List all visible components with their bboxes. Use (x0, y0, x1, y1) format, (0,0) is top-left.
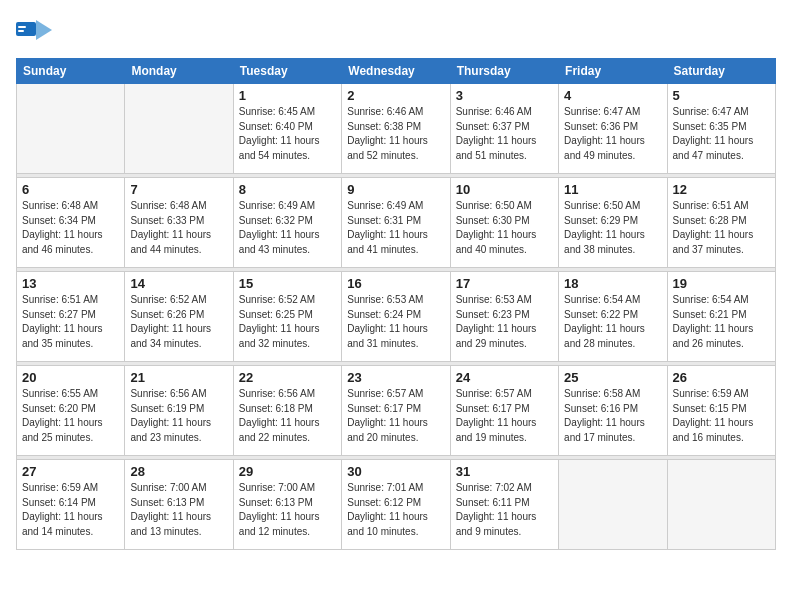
day-info: Sunrise: 6:46 AMSunset: 6:37 PMDaylight:… (456, 105, 553, 163)
calendar-cell: 8Sunrise: 6:49 AMSunset: 6:32 PMDaylight… (233, 178, 341, 268)
calendar-cell: 30Sunrise: 7:01 AMSunset: 6:12 PMDayligh… (342, 460, 450, 550)
day-info: Sunrise: 6:55 AMSunset: 6:20 PMDaylight:… (22, 387, 119, 445)
day-info: Sunrise: 6:56 AMSunset: 6:19 PMDaylight:… (130, 387, 227, 445)
day-info: Sunrise: 6:50 AMSunset: 6:30 PMDaylight:… (456, 199, 553, 257)
calendar-cell: 12Sunrise: 6:51 AMSunset: 6:28 PMDayligh… (667, 178, 775, 268)
calendar-header-row: SundayMondayTuesdayWednesdayThursdayFrid… (17, 59, 776, 84)
calendar-cell: 22Sunrise: 6:56 AMSunset: 6:18 PMDayligh… (233, 366, 341, 456)
day-info: Sunrise: 6:48 AMSunset: 6:34 PMDaylight:… (22, 199, 119, 257)
calendar-cell: 13Sunrise: 6:51 AMSunset: 6:27 PMDayligh… (17, 272, 125, 362)
weekday-header-tuesday: Tuesday (233, 59, 341, 84)
calendar-cell: 28Sunrise: 7:00 AMSunset: 6:13 PMDayligh… (125, 460, 233, 550)
calendar-cell: 10Sunrise: 6:50 AMSunset: 6:30 PMDayligh… (450, 178, 558, 268)
calendar-cell: 18Sunrise: 6:54 AMSunset: 6:22 PMDayligh… (559, 272, 667, 362)
svg-rect-3 (18, 30, 24, 32)
day-info: Sunrise: 6:49 AMSunset: 6:32 PMDaylight:… (239, 199, 336, 257)
calendar-week-row: 13Sunrise: 6:51 AMSunset: 6:27 PMDayligh… (17, 272, 776, 362)
day-number: 6 (22, 182, 119, 197)
calendar-cell: 15Sunrise: 6:52 AMSunset: 6:25 PMDayligh… (233, 272, 341, 362)
day-info: Sunrise: 6:46 AMSunset: 6:38 PMDaylight:… (347, 105, 444, 163)
weekday-header-monday: Monday (125, 59, 233, 84)
day-info: Sunrise: 6:47 AMSunset: 6:36 PMDaylight:… (564, 105, 661, 163)
day-number: 24 (456, 370, 553, 385)
calendar-week-row: 27Sunrise: 6:59 AMSunset: 6:14 PMDayligh… (17, 460, 776, 550)
calendar-cell: 1Sunrise: 6:45 AMSunset: 6:40 PMDaylight… (233, 84, 341, 174)
calendar-week-row: 6Sunrise: 6:48 AMSunset: 6:34 PMDaylight… (17, 178, 776, 268)
calendar-week-row: 20Sunrise: 6:55 AMSunset: 6:20 PMDayligh… (17, 366, 776, 456)
day-number: 21 (130, 370, 227, 385)
calendar-cell: 29Sunrise: 7:00 AMSunset: 6:13 PMDayligh… (233, 460, 341, 550)
calendar-cell: 6Sunrise: 6:48 AMSunset: 6:34 PMDaylight… (17, 178, 125, 268)
day-number: 27 (22, 464, 119, 479)
day-info: Sunrise: 6:52 AMSunset: 6:26 PMDaylight:… (130, 293, 227, 351)
day-info: Sunrise: 6:53 AMSunset: 6:24 PMDaylight:… (347, 293, 444, 351)
day-number: 13 (22, 276, 119, 291)
calendar-cell: 11Sunrise: 6:50 AMSunset: 6:29 PMDayligh… (559, 178, 667, 268)
day-info: Sunrise: 6:50 AMSunset: 6:29 PMDaylight:… (564, 199, 661, 257)
calendar-cell: 9Sunrise: 6:49 AMSunset: 6:31 PMDaylight… (342, 178, 450, 268)
day-number: 12 (673, 182, 770, 197)
calendar-cell: 14Sunrise: 6:52 AMSunset: 6:26 PMDayligh… (125, 272, 233, 362)
weekday-header-saturday: Saturday (667, 59, 775, 84)
day-number: 30 (347, 464, 444, 479)
day-number: 4 (564, 88, 661, 103)
logo (16, 16, 56, 46)
svg-marker-1 (36, 20, 52, 40)
page-header (16, 16, 776, 46)
day-number: 15 (239, 276, 336, 291)
day-info: Sunrise: 6:45 AMSunset: 6:40 PMDaylight:… (239, 105, 336, 163)
day-number: 23 (347, 370, 444, 385)
day-info: Sunrise: 6:51 AMSunset: 6:28 PMDaylight:… (673, 199, 770, 257)
day-number: 19 (673, 276, 770, 291)
day-info: Sunrise: 7:02 AMSunset: 6:11 PMDaylight:… (456, 481, 553, 539)
day-info: Sunrise: 6:57 AMSunset: 6:17 PMDaylight:… (347, 387, 444, 445)
day-number: 28 (130, 464, 227, 479)
calendar-cell: 27Sunrise: 6:59 AMSunset: 6:14 PMDayligh… (17, 460, 125, 550)
day-info: Sunrise: 6:51 AMSunset: 6:27 PMDaylight:… (22, 293, 119, 351)
calendar-cell: 31Sunrise: 7:02 AMSunset: 6:11 PMDayligh… (450, 460, 558, 550)
calendar-cell: 16Sunrise: 6:53 AMSunset: 6:24 PMDayligh… (342, 272, 450, 362)
calendar-cell: 21Sunrise: 6:56 AMSunset: 6:19 PMDayligh… (125, 366, 233, 456)
day-number: 1 (239, 88, 336, 103)
calendar-cell: 5Sunrise: 6:47 AMSunset: 6:35 PMDaylight… (667, 84, 775, 174)
calendar-cell: 19Sunrise: 6:54 AMSunset: 6:21 PMDayligh… (667, 272, 775, 362)
day-info: Sunrise: 6:52 AMSunset: 6:25 PMDaylight:… (239, 293, 336, 351)
day-info: Sunrise: 6:53 AMSunset: 6:23 PMDaylight:… (456, 293, 553, 351)
day-number: 17 (456, 276, 553, 291)
day-info: Sunrise: 6:49 AMSunset: 6:31 PMDaylight:… (347, 199, 444, 257)
day-info: Sunrise: 7:00 AMSunset: 6:13 PMDaylight:… (239, 481, 336, 539)
calendar-cell (17, 84, 125, 174)
calendar-cell (667, 460, 775, 550)
day-info: Sunrise: 7:01 AMSunset: 6:12 PMDaylight:… (347, 481, 444, 539)
day-info: Sunrise: 6:54 AMSunset: 6:21 PMDaylight:… (673, 293, 770, 351)
day-number: 25 (564, 370, 661, 385)
day-number: 7 (130, 182, 227, 197)
calendar-cell: 20Sunrise: 6:55 AMSunset: 6:20 PMDayligh… (17, 366, 125, 456)
weekday-header-sunday: Sunday (17, 59, 125, 84)
svg-rect-0 (16, 22, 36, 36)
weekday-header-wednesday: Wednesday (342, 59, 450, 84)
day-number: 26 (673, 370, 770, 385)
day-number: 5 (673, 88, 770, 103)
day-info: Sunrise: 6:58 AMSunset: 6:16 PMDaylight:… (564, 387, 661, 445)
day-number: 22 (239, 370, 336, 385)
day-info: Sunrise: 6:54 AMSunset: 6:22 PMDaylight:… (564, 293, 661, 351)
svg-rect-2 (18, 26, 26, 28)
day-info: Sunrise: 6:59 AMSunset: 6:15 PMDaylight:… (673, 387, 770, 445)
logo-icon (16, 16, 52, 46)
day-number: 8 (239, 182, 336, 197)
day-number: 2 (347, 88, 444, 103)
day-number: 11 (564, 182, 661, 197)
day-number: 31 (456, 464, 553, 479)
calendar-cell: 4Sunrise: 6:47 AMSunset: 6:36 PMDaylight… (559, 84, 667, 174)
weekday-header-thursday: Thursday (450, 59, 558, 84)
calendar-week-row: 1Sunrise: 6:45 AMSunset: 6:40 PMDaylight… (17, 84, 776, 174)
day-number: 10 (456, 182, 553, 197)
calendar-cell: 3Sunrise: 6:46 AMSunset: 6:37 PMDaylight… (450, 84, 558, 174)
day-info: Sunrise: 6:56 AMSunset: 6:18 PMDaylight:… (239, 387, 336, 445)
day-number: 20 (22, 370, 119, 385)
day-number: 18 (564, 276, 661, 291)
calendar-table: SundayMondayTuesdayWednesdayThursdayFrid… (16, 58, 776, 550)
day-number: 29 (239, 464, 336, 479)
day-info: Sunrise: 6:48 AMSunset: 6:33 PMDaylight:… (130, 199, 227, 257)
